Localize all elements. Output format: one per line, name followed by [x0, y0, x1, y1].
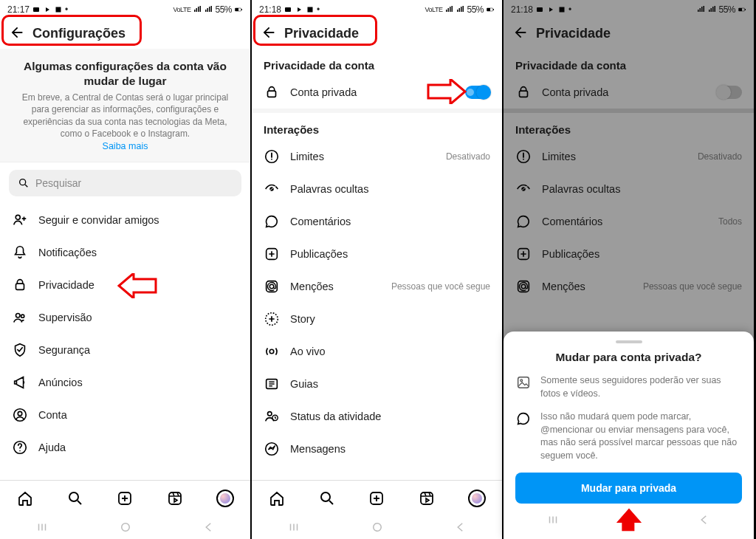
settings-item-account[interactable]: Conta — [0, 399, 250, 431]
sys-back-icon[interactable] — [194, 521, 224, 534]
plus-circle-icon — [264, 311, 280, 327]
privacy-item-activity-status[interactable]: Status da atividade — [252, 400, 502, 433]
sheet-title: Mudar para conta privada? — [515, 351, 742, 364]
nav-search-icon[interactable] — [318, 490, 336, 507]
guides-icon — [264, 376, 280, 392]
live-icon — [264, 343, 280, 360]
privacy-item-mentions[interactable]: MençõesPessoas que você segue — [252, 270, 502, 303]
sheet-handle[interactable] — [616, 340, 642, 343]
lock-icon — [264, 84, 280, 100]
privacy-item-messages[interactable]: Mensagens — [252, 433, 502, 465]
privacy-item-comments[interactable]: Comentários — [252, 205, 502, 238]
privacy-item-limits[interactable]: LimitesDesativado — [252, 140, 502, 173]
user-plus-icon — [12, 212, 28, 228]
bottom-nav — [252, 480, 502, 515]
people-icon — [12, 309, 28, 326]
section-title-interactions: Interações — [252, 113, 502, 140]
nav-profile-avatar[interactable] — [468, 490, 486, 507]
svg-rect-28 — [285, 7, 291, 12]
switch-private-sheet: Mudar para conta privada? Somente seus s… — [504, 332, 754, 539]
sys-home-icon[interactable] — [111, 521, 140, 534]
comment-icon — [515, 411, 532, 427]
system-nav — [252, 515, 502, 539]
bell-icon — [12, 244, 28, 261]
nav-reels-icon[interactable] — [418, 490, 436, 507]
svg-rect-29 — [308, 7, 313, 13]
svg-rect-26 — [241, 9, 242, 10]
messenger-icon — [264, 441, 280, 457]
search-icon — [18, 177, 30, 189]
sys-back-icon[interactable] — [690, 513, 719, 526]
nav-profile-avatar[interactable] — [216, 490, 234, 507]
back-icon[interactable] — [9, 24, 25, 43]
warn-circle-icon — [264, 148, 280, 165]
switch-to-private-button[interactable]: Mudar para privada — [515, 473, 742, 504]
screenshot-privacy: 21:18 • VoLTE 55% Privacidade Privacidad… — [252, 0, 504, 539]
search-input[interactable]: Pesquisar — [9, 170, 241, 196]
status-bar: 21:17 • VoLTE 55% — [0, 0, 250, 18]
sys-home-icon[interactable] — [362, 521, 392, 534]
back-icon[interactable] — [261, 24, 277, 43]
settings-item-ads[interactable]: Anúncios — [0, 366, 250, 399]
photo-icon — [515, 374, 532, 391]
privacy-header: Privacidade — [252, 18, 502, 49]
eye-hidden-icon — [264, 181, 280, 197]
sys-recent-icon[interactable] — [538, 513, 568, 526]
privacy-item-live[interactable]: Ao vivo — [252, 335, 502, 368]
svg-rect-31 — [487, 8, 491, 11]
learn-more-link[interactable]: Saiba mais — [103, 141, 148, 151]
settings-header: Configurações — [0, 18, 250, 49]
megaphone-icon — [12, 374, 28, 391]
status-bar: 21:18 • VoLTE 55% — [252, 0, 502, 18]
screenshot-privacy-sheet: 21:18 • 55% Privacidade Privacidade da c… — [504, 0, 755, 539]
nav-create-icon[interactable] — [368, 490, 385, 507]
svg-point-33 — [373, 523, 381, 532]
svg-point-27 — [121, 523, 129, 532]
page-title: Configurações — [32, 26, 126, 41]
system-nav — [515, 508, 742, 532]
battery-icon — [234, 5, 243, 14]
nav-home-icon[interactable] — [268, 490, 286, 507]
privacy-item-posts[interactable]: Publicações — [252, 238, 502, 270]
help-icon — [12, 439, 28, 456]
private-account-row[interactable]: Conta privada — [252, 76, 502, 109]
shield-icon — [12, 342, 28, 358]
sys-back-icon[interactable] — [446, 521, 475, 534]
settings-item-supervision[interactable]: Supervisão — [0, 301, 250, 334]
settings-item-notifications[interactable]: Notificações — [0, 236, 250, 269]
activity-icon — [264, 408, 280, 425]
private-account-toggle[interactable] — [465, 86, 490, 99]
settings-item-privacy[interactable]: Privacidade — [0, 269, 250, 301]
account-icon — [12, 407, 28, 423]
page-title: Privacidade — [284, 26, 359, 41]
privacy-item-story[interactable]: Story — [252, 303, 502, 335]
svg-rect-23 — [56, 7, 61, 13]
system-nav — [0, 515, 250, 539]
settings-item-follow[interactable]: Seguir e convidar amigos — [0, 204, 250, 236]
mention-icon — [264, 278, 280, 295]
plus-box-icon — [264, 246, 280, 262]
sys-recent-icon[interactable] — [279, 521, 309, 534]
nav-create-icon[interactable] — [116, 490, 134, 507]
lock-icon — [12, 277, 28, 293]
svg-rect-25 — [236, 8, 239, 11]
sys-recent-icon[interactable] — [27, 521, 57, 534]
nav-reels-icon[interactable] — [166, 490, 184, 507]
svg-point-39 — [625, 516, 633, 524]
settings-item-help[interactable]: Ajuda — [0, 431, 250, 464]
screenshot-settings: 21:17 • VoLTE 55% Configurações Algumas … — [0, 0, 252, 539]
section-title-account-privacy: Privacidade da conta — [252, 49, 502, 76]
sys-home-icon[interactable] — [614, 513, 643, 526]
privacy-item-guides[interactable]: Guias — [252, 368, 502, 400]
svg-rect-22 — [33, 7, 39, 12]
battery-icon — [486, 5, 495, 14]
svg-rect-32 — [493, 9, 494, 10]
settings-item-security[interactable]: Segurança — [0, 334, 250, 366]
nav-search-icon[interactable] — [66, 490, 84, 507]
nav-home-icon[interactable] — [16, 490, 34, 507]
bottom-nav — [0, 480, 250, 515]
account-center-notice: Algumas configurações da conta vão mudar… — [0, 49, 250, 162]
privacy-item-hidden-words[interactable]: Palavras ocultas — [252, 173, 502, 205]
comment-icon — [264, 213, 280, 230]
